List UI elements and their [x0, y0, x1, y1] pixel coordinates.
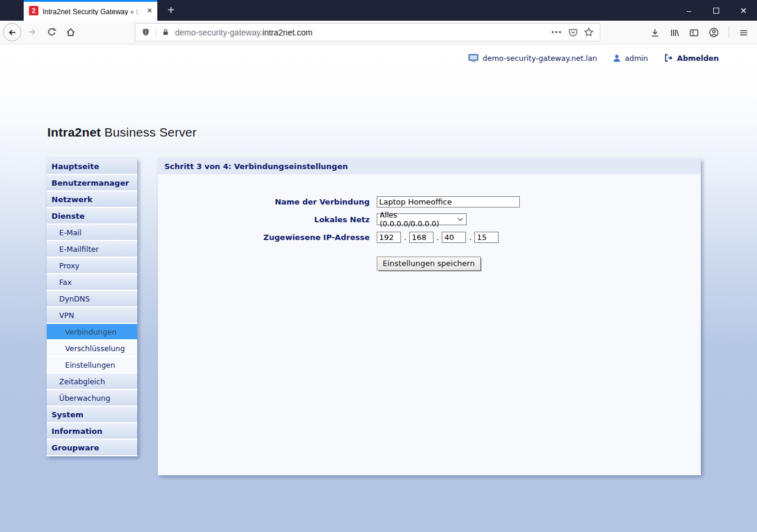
maximize-icon — [713, 8, 719, 14]
new-tab-button[interactable]: + — [161, 0, 181, 21]
sidebar-item-verschluesselung[interactable]: Verschlüsselung — [47, 340, 137, 357]
assigned-ip-row: Zugewiesene IP-Adresse . . . — [158, 228, 499, 246]
browser-titlebar: 2 Intra2net Security Gateway » Li ✕ + – … — [0, 0, 757, 21]
back-button[interactable] — [3, 23, 21, 41]
connection-name-input[interactable] — [377, 196, 520, 207]
bookmark-star-icon[interactable] — [584, 27, 594, 37]
sidebar-item-dienste[interactable]: Dienste — [47, 208, 137, 225]
sidebar-item-dyndns[interactable]: DynDNS — [47, 291, 137, 307]
url-bar[interactable]: demo-security-gateway.intra2net.com ••• — [135, 23, 600, 41]
sidebar-menu: Hauptseite Benutzermanager Netzwerk Dien… — [47, 158, 137, 456]
browser-toolbar: demo-security-gateway.intra2net.com ••• — [0, 21, 757, 44]
url-domain: intra2net.com — [263, 28, 313, 37]
tracking-protection-shield-icon[interactable] — [141, 28, 150, 37]
page-content: demo-security-gateway.net.lan admin Abme… — [0, 45, 757, 532]
sidebar-item-zeitabgleich[interactable]: Zeitabgleich — [47, 374, 137, 390]
toolbar-right-icons — [645, 21, 753, 44]
local-network-select[interactable]: Alles (0.0.0.0/0.0.0.0) — [377, 213, 467, 225]
logo-product: Business Server — [101, 125, 197, 139]
save-settings-button[interactable]: Einstellungen speichern — [377, 257, 481, 271]
sidebar-item-ueberwachung[interactable]: Überwachung — [47, 390, 137, 407]
tab-title: Intra2net Security Gateway » Li — [43, 8, 141, 15]
ip-dot: . — [436, 233, 439, 242]
sidebar-item-emailfilter[interactable]: E-Mailfilter — [47, 241, 137, 258]
back-arrow-icon — [8, 28, 17, 37]
host-monitor-icon — [468, 54, 478, 63]
logout-link[interactable]: Abmelden — [677, 54, 719, 63]
url-subdomain: demo-security-gateway. — [175, 28, 263, 37]
wizard-form: Name der Verbindung Lokales Netz Alles (… — [158, 174, 701, 475]
ip-octet-2[interactable] — [409, 232, 434, 243]
ip-octet-3[interactable] — [442, 232, 466, 243]
assigned-ip-label: Zugewiesene IP-Adresse — [158, 233, 370, 242]
sidebar-item-information[interactable]: Information — [47, 423, 137, 440]
local-network-row: Lokales Netz Alles (0.0.0.0/0.0.0.0) — [158, 210, 467, 228]
local-network-label: Lokales Netz — [158, 215, 370, 224]
tab-title-wrap: Intra2net Security Gateway » Li — [43, 6, 144, 15]
sidebar-item-system[interactable]: System — [47, 407, 137, 423]
home-icon — [66, 27, 76, 37]
sidebar-item-netzwerk[interactable]: Netzwerk — [47, 192, 137, 208]
urlbar-divider — [156, 27, 156, 37]
window-close-button[interactable]: ✕ — [730, 0, 757, 21]
library-button[interactable] — [669, 28, 680, 38]
sidebar-item-groupware[interactable]: Groupware — [47, 440, 137, 456]
sidebar-item-fax[interactable]: Fax — [47, 274, 137, 291]
logo-brand: Intra2net — [47, 125, 101, 139]
sidebar-item-verbindungen[interactable]: Verbindungen — [47, 324, 137, 340]
https-lock-icon[interactable] — [161, 28, 170, 37]
ip-octet-1[interactable] — [377, 232, 401, 243]
sidebar-panel-icon — [689, 28, 699, 38]
ip-dot: . — [404, 233, 406, 242]
download-icon — [650, 28, 660, 38]
toolbar-separator — [729, 27, 729, 38]
window-maximize-button[interactable] — [703, 0, 730, 21]
browser-tab[interactable]: 2 Intra2net Security Gateway » Li ✕ — [24, 0, 157, 21]
connection-name-row: Name der Verbindung — [158, 193, 520, 210]
product-logo: Intra2net Business Server — [47, 125, 196, 140]
sidebar-item-einstellungen[interactable]: Einstellungen — [47, 357, 137, 374]
host-name: demo-security-gateway.net.lan — [483, 54, 597, 63]
forward-button[interactable] — [27, 27, 37, 37]
forward-arrow-icon — [27, 27, 37, 37]
tab-title-fade — [128, 6, 144, 15]
sidebar-item-vpn[interactable]: VPN — [47, 307, 137, 324]
window-controls: – ✕ — [675, 0, 757, 21]
sidebar-item-proxy[interactable]: Proxy — [47, 258, 137, 274]
menu-button[interactable] — [739, 28, 749, 38]
reload-button[interactable] — [47, 27, 57, 37]
main-panel: Schritt 3 von 4: Verbindungseinstellunge… — [158, 158, 701, 475]
intra2net-favicon: 2 — [29, 6, 38, 15]
user-name: admin — [625, 54, 648, 63]
wizard-step-title: Schritt 3 von 4: Verbindungseinstellunge… — [158, 158, 701, 174]
ip-dot: . — [469, 233, 471, 242]
connection-name-label: Name der Verbindung — [158, 197, 370, 206]
account-button[interactable] — [709, 27, 719, 38]
session-bar: demo-security-gateway.net.lan admin Abme… — [468, 53, 719, 63]
home-button[interactable] — [66, 27, 76, 37]
library-icon — [669, 28, 680, 38]
account-icon — [709, 27, 719, 38]
active-tab-indicator — [24, 0, 157, 2]
chevron-down-icon — [457, 218, 464, 222]
sidebar-item-benutzermanager[interactable]: Benutzermanager — [47, 175, 137, 192]
downloads-button[interactable] — [650, 28, 660, 38]
hamburger-icon — [739, 28, 749, 38]
sidebar-item-email[interactable]: E-Mail — [47, 225, 137, 241]
tab-close-icon[interactable]: ✕ — [147, 7, 153, 15]
window-minimize-button[interactable]: – — [675, 0, 703, 21]
page-actions-icon[interactable]: ••• — [551, 28, 562, 37]
user-icon — [613, 54, 621, 63]
sidebars-button[interactable] — [689, 28, 699, 38]
reload-icon — [47, 27, 57, 37]
sidebar-item-hauptseite[interactable]: Hauptseite — [47, 158, 137, 175]
pocket-icon[interactable] — [568, 28, 578, 37]
ip-octet-4[interactable] — [474, 232, 499, 243]
local-network-selected-value: Alles (0.0.0.0/0.0.0.0) — [380, 210, 457, 228]
logout-icon — [664, 53, 673, 63]
